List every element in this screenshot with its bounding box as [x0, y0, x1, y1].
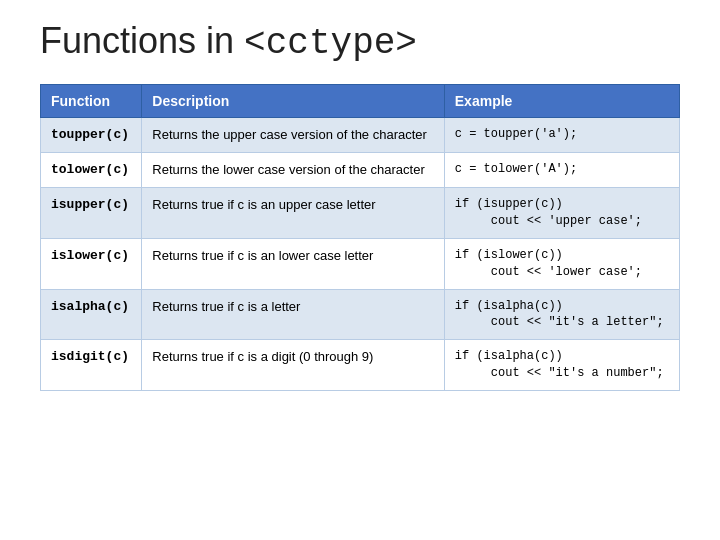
cell-example: if (islower(c)) cout << 'lower case'; [444, 238, 679, 289]
col-header-description: Description [142, 85, 444, 118]
title-text: Functions in [40, 20, 244, 61]
cell-function: islower(c) [41, 238, 142, 289]
table-row: tolower(c)Returns the lower case version… [41, 153, 680, 188]
table-row: isdigit(c)Returns true if c is a digit (… [41, 340, 680, 391]
cell-function: toupper(c) [41, 118, 142, 153]
cell-description: Returns true if c is a digit (0 through … [142, 340, 444, 391]
cell-example: if (isalpha(c)) cout << "it's a number"; [444, 340, 679, 391]
cell-example: c = toupper('a'); [444, 118, 679, 153]
table-row: islower(c)Returns true if c is an lower … [41, 238, 680, 289]
cell-function: isdigit(c) [41, 340, 142, 391]
cell-example: if (isupper(c)) cout << 'upper case'; [444, 188, 679, 239]
cell-description: Returns the upper case version of the ch… [142, 118, 444, 153]
cell-function: isupper(c) [41, 188, 142, 239]
cell-description: Returns true if c is a letter [142, 289, 444, 340]
table-row: toupper(c)Returns the upper case version… [41, 118, 680, 153]
cell-function: tolower(c) [41, 153, 142, 188]
page-title: Functions in <cctype> [40, 20, 680, 64]
functions-table: Function Description Example toupper(c)R… [40, 84, 680, 391]
cell-description: Returns true if c is an upper case lette… [142, 188, 444, 239]
col-header-function: Function [41, 85, 142, 118]
col-header-example: Example [444, 85, 679, 118]
cell-description: Returns the lower case version of the ch… [142, 153, 444, 188]
table-header-row: Function Description Example [41, 85, 680, 118]
table-row: isupper(c)Returns true if c is an upper … [41, 188, 680, 239]
cell-function: isalpha(c) [41, 289, 142, 340]
cell-description: Returns true if c is an lower case lette… [142, 238, 444, 289]
cell-example: c = tolower('A'); [444, 153, 679, 188]
table-row: isalpha(c)Returns true if c is a letteri… [41, 289, 680, 340]
page: Functions in <cctype> Function Descripti… [0, 0, 720, 540]
title-code: <cctype> [244, 23, 417, 64]
cell-example: if (isalpha(c)) cout << "it's a letter"; [444, 289, 679, 340]
